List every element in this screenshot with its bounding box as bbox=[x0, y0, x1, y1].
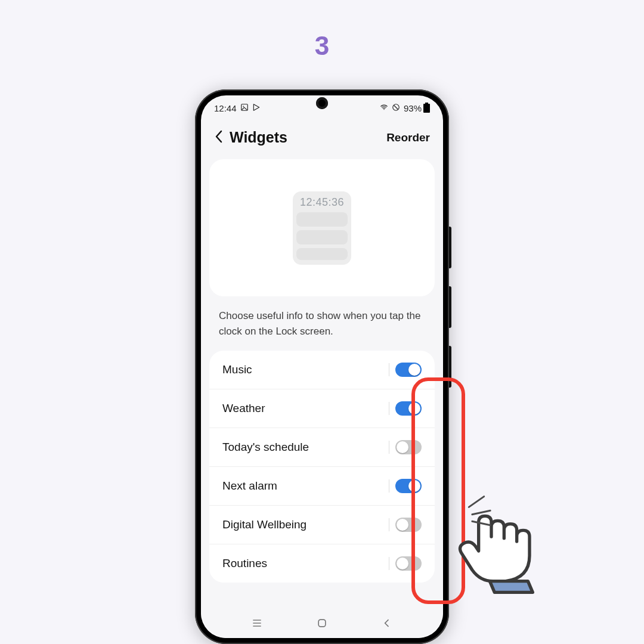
list-item-label: Routines bbox=[222, 557, 267, 570]
image-icon bbox=[240, 103, 249, 113]
page-title: Widgets bbox=[230, 129, 287, 146]
dnd-icon bbox=[392, 103, 400, 113]
svg-point-1 bbox=[243, 106, 244, 107]
statusbar-time: 12:44 bbox=[214, 103, 237, 113]
list-item-label: Digital Wellbeing bbox=[222, 518, 306, 531]
toggle-routines[interactable] bbox=[395, 556, 422, 571]
pointer-hand-icon bbox=[448, 499, 544, 596]
list-row-digital-wellbeing[interactable]: Digital Wellbeing bbox=[209, 506, 435, 544]
mini-widget-stack: 12:45:36 bbox=[293, 191, 351, 265]
wifi-icon bbox=[380, 103, 388, 113]
back-nav-button[interactable] bbox=[381, 617, 393, 631]
svg-rect-8 bbox=[318, 620, 326, 627]
reorder-button[interactable]: Reorder bbox=[386, 131, 430, 144]
list-item-label: Next alarm bbox=[222, 479, 277, 493]
list-item-label: Weather bbox=[222, 402, 265, 415]
toggle-music[interactable] bbox=[395, 363, 422, 377]
list-row-routines[interactable]: Routines bbox=[209, 544, 435, 583]
camera-cutout bbox=[316, 97, 328, 109]
recents-button[interactable] bbox=[251, 617, 263, 631]
list-item-label: Today's schedule bbox=[222, 441, 309, 454]
battery-text: 93% bbox=[404, 103, 422, 113]
android-nav-bar bbox=[201, 611, 443, 638]
toggle-weather[interactable] bbox=[395, 401, 422, 416]
list-item-label: Music bbox=[222, 363, 252, 376]
list-row-music[interactable]: Music bbox=[209, 351, 435, 389]
battery-status: 93% bbox=[404, 103, 430, 113]
mini-widget-row bbox=[296, 230, 348, 244]
toggle-digital-wellbeing[interactable] bbox=[395, 518, 422, 532]
list-row-next-alarm[interactable]: Next alarm bbox=[209, 467, 435, 506]
svg-point-2 bbox=[383, 109, 385, 110]
step-number: 3 bbox=[315, 31, 329, 61]
widget-toggle-list: Music Weather Today's schedule Next alar… bbox=[209, 351, 435, 583]
mini-widget-row bbox=[296, 248, 348, 260]
page-header: Widgets Reorder bbox=[201, 120, 443, 159]
list-row-weather[interactable]: Weather bbox=[209, 389, 435, 428]
mini-widget-time: 12:45:36 bbox=[296, 196, 348, 209]
mini-widget-row bbox=[296, 212, 348, 227]
toggle-next-alarm[interactable] bbox=[395, 479, 422, 493]
widget-preview: 12:45:36 bbox=[209, 159, 435, 296]
toggle-schedule[interactable] bbox=[395, 440, 422, 454]
play-store-icon bbox=[252, 103, 261, 113]
battery-icon bbox=[423, 104, 430, 113]
back-icon[interactable] bbox=[214, 129, 224, 146]
phone-frame: 12:44 93% bbox=[195, 89, 449, 644]
svg-line-4 bbox=[394, 105, 398, 109]
phone-screen: 12:44 93% bbox=[201, 95, 443, 638]
list-row-schedule[interactable]: Today's schedule bbox=[209, 428, 435, 467]
home-button[interactable] bbox=[316, 617, 328, 631]
help-text: Choose useful info to show when you tap … bbox=[201, 308, 443, 351]
